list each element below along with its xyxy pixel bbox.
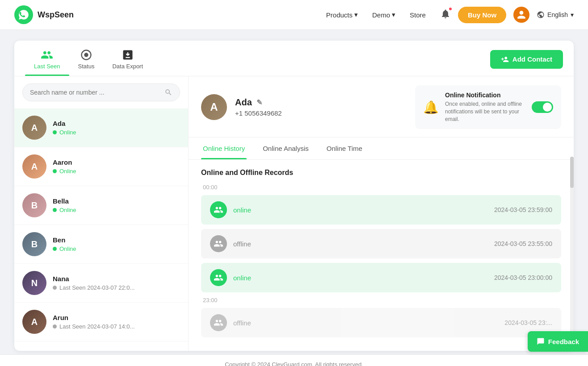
- search-wrap: [14, 76, 188, 108]
- feedback-button[interactable]: Feedback: [528, 331, 588, 352]
- contact-header-info: Ada ✎ +1 5056349682: [235, 97, 282, 117]
- notification-bell[interactable]: [440, 8, 451, 21]
- tab-data-export-label: Data Export: [112, 63, 143, 70]
- tab-online-analysis[interactable]: Online Analysis: [261, 137, 311, 159]
- logo[interactable]: WspSeen: [14, 5, 74, 24]
- whatsapp-icon: [18, 9, 29, 21]
- record-online-icon: [210, 201, 227, 218]
- tab-online-history[interactable]: Online History: [201, 137, 247, 159]
- status-dot: [53, 130, 57, 134]
- svg-point-1: [84, 53, 88, 57]
- add-contact-button[interactable]: Add Contact: [490, 50, 563, 69]
- nav-products[interactable]: Products ▾: [326, 11, 358, 19]
- feedback-icon: [537, 337, 545, 345]
- user-icon: [517, 10, 526, 20]
- contact-name: Ada: [53, 120, 180, 127]
- avatar: B: [22, 193, 46, 217]
- add-person-icon: [501, 55, 509, 63]
- contact-status: Online: [53, 245, 180, 252]
- contact-header-avatar: A: [201, 94, 227, 120]
- time-label-2300: 23:00: [201, 297, 561, 304]
- time-label-0000: 00:00: [201, 184, 561, 191]
- record-offline-icon: [210, 235, 227, 252]
- contact-info: Arun Last Seen 2024-03-07 14:0...: [53, 314, 180, 330]
- records-title: Online and Offline Records: [201, 169, 561, 177]
- contact-info: Ben Online: [53, 236, 180, 252]
- contact-header-name: Ada ✎: [235, 97, 282, 108]
- main-card: Last Seen Status Data Export Add Contact: [14, 41, 574, 351]
- record-online-icon: [210, 269, 227, 286]
- card-header: Last Seen Status Data Export Add Contact: [14, 41, 574, 76]
- scrollbar-track[interactable]: [570, 157, 574, 351]
- nav-actions: Buy Now English ▾: [440, 7, 574, 23]
- nav-demo[interactable]: Demo ▾: [372, 11, 395, 19]
- notification-title: Online Notification: [445, 92, 525, 99]
- footer-text: Copyright © 2024 ClevGuard.com. All righ…: [225, 361, 363, 366]
- tab-status[interactable]: Status: [69, 49, 104, 76]
- contact-info: Nana Last Seen 2024-03-07 22:0...: [53, 275, 180, 291]
- app-name: WspSeen: [38, 10, 74, 20]
- contact-phone: +1 5056349682: [235, 109, 282, 117]
- user-avatar[interactable]: [513, 7, 529, 23]
- language-selector[interactable]: English ▾: [537, 11, 574, 19]
- scrollbar-thumb[interactable]: [570, 157, 574, 188]
- tab-last-seen[interactable]: Last Seen: [25, 49, 69, 76]
- main-wrap: Last Seen Status Data Export Add Contact: [0, 30, 588, 351]
- records-area: Online and Offline Records 00:00 online …: [189, 160, 574, 351]
- status-dot: [53, 169, 57, 173]
- contact-item[interactable]: A Arun Last Seen 2024-03-07 14:0...: [14, 303, 188, 341]
- contact-status: Online: [53, 168, 180, 175]
- contact-status: Last Seen 2024-03-07 14:0...: [53, 323, 180, 330]
- record-item: online 2024-03-05 23:59:00: [201, 195, 561, 225]
- content-area: A Ada ✎ +1 5056349682 🔔 Online Notificat…: [189, 76, 574, 351]
- record-status: offline: [233, 240, 488, 248]
- contact-info: Bella Online: [53, 197, 180, 213]
- data-export-icon: [122, 49, 134, 61]
- logo-icon: [14, 5, 33, 24]
- avatar: N: [22, 271, 46, 295]
- avatar: A: [22, 116, 46, 140]
- contact-item[interactable]: B Ben Online: [14, 225, 188, 264]
- record-time: 2024-03-05 23:59:00: [494, 206, 552, 213]
- status-dot: [53, 324, 57, 329]
- nav-links: Products ▾ Demo ▾ Store: [326, 11, 426, 19]
- card-body: A Ada Online A: [14, 76, 574, 351]
- search-input[interactable]: [30, 89, 161, 96]
- contact-name: Ben: [53, 236, 180, 244]
- contact-info: Aaron Online: [53, 158, 180, 175]
- notification-toggle[interactable]: [532, 101, 553, 113]
- record-status: online: [233, 206, 488, 214]
- record-item: offline 2024-03-05 23:55:00: [201, 229, 561, 258]
- record-status: online: [233, 274, 488, 282]
- tab-online-time[interactable]: Online Time: [325, 137, 364, 159]
- contact-name: Arun: [53, 314, 180, 321]
- buy-now-button[interactable]: Buy Now: [458, 7, 506, 23]
- content-tabs: Online History Online Analysis Online Ti…: [189, 137, 574, 160]
- record-item: online 2024-03-05 23:00:00: [201, 263, 561, 292]
- last-seen-icon: [41, 49, 53, 61]
- contact-status: Online: [53, 207, 180, 213]
- contact-item[interactable]: N Nana Last Seen 2024-03-07 22:0...: [14, 264, 188, 303]
- status-dot: [53, 208, 57, 212]
- contact-item[interactable]: B Bella Online: [14, 186, 188, 225]
- nav-store[interactable]: Store: [410, 11, 426, 19]
- contact-item[interactable]: A Aaron Online: [14, 147, 188, 186]
- edit-icon[interactable]: ✎: [256, 98, 262, 107]
- contact-name: Aaron: [53, 158, 180, 166]
- tab-last-seen-label: Last Seen: [34, 63, 60, 70]
- record-time: 2024-03-05 23:...: [504, 319, 552, 326]
- status-dot: [53, 286, 57, 290]
- contact-status: Last Seen 2024-03-07 22:0...: [53, 284, 180, 291]
- contact-item[interactable]: A Ada Online: [14, 108, 188, 147]
- status-dot: [53, 247, 57, 251]
- avatar: B: [22, 232, 46, 256]
- contact-name: Bella: [53, 197, 180, 205]
- navbar: WspSeen Products ▾ Demo ▾ Store Buy Now …: [0, 0, 588, 30]
- footer: Copyright © 2024 ClevGuard.com. All righ…: [0, 354, 588, 366]
- tab-data-export[interactable]: Data Export: [103, 49, 152, 76]
- contact-header: A Ada ✎ +1 5056349682 🔔 Online Notificat…: [189, 76, 574, 137]
- avatar: A: [22, 310, 46, 334]
- contact-name: Nana: [53, 275, 180, 283]
- search-box[interactable]: [22, 83, 180, 101]
- record-offline-icon: [210, 314, 227, 331]
